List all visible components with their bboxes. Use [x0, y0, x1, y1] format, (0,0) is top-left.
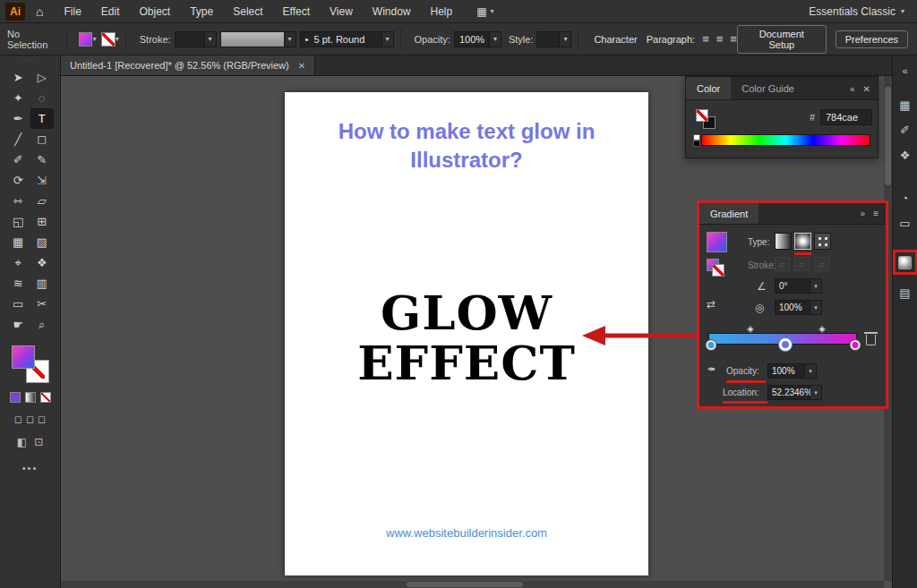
document-tab[interactable]: Untitled-1 [Recovered]* @ 52.56% (RGB/Pr… [61, 55, 315, 75]
fill-color-swatch[interactable] [79, 32, 92, 47]
rotate-tool[interactable]: ⟳ [6, 170, 30, 191]
lasso-tool[interactable]: ◌ [30, 88, 55, 108]
blend-tool[interactable]: ❖ [30, 252, 55, 273]
gradient-stop-end[interactable] [851, 340, 861, 350]
panel-menu-icon[interactable]: ≡ [873, 209, 878, 218]
rectangle-tool[interactable]: ◻ [30, 129, 55, 149]
graph-tool[interactable]: ▥ [30, 273, 55, 294]
gradient-paint-button[interactable] [25, 392, 36, 403]
arrange-documents-button[interactable]: ▦ ▾ [476, 5, 493, 18]
perspective-grid-tool[interactable]: ⊞ [30, 211, 55, 232]
color-paint-button[interactable] [10, 392, 21, 403]
symbol-sprayer-tool[interactable]: ≋ [6, 273, 30, 294]
layers-panel-icon[interactable]: ▤ [895, 282, 916, 303]
chevron-down-icon[interactable]: ▾ [116, 35, 119, 43]
gradient-panel-icon[interactable] [895, 251, 916, 273]
collapse-panels-icon[interactable]: « [895, 60, 916, 81]
toolbar-grip[interactable]: ···· [0, 55, 60, 64]
shape-builder-tool[interactable]: ◱ [6, 211, 30, 232]
menu-item[interactable]: File [54, 5, 90, 18]
width-tool[interactable]: ⇿ [6, 191, 30, 211]
workspace-switcher[interactable]: Essentials Classic ▾ [809, 5, 904, 18]
selection-tool[interactable]: ➤ [6, 67, 30, 88]
free-transform-tool[interactable]: ▱ [30, 191, 55, 211]
brushes-panel-icon[interactable]: ✐ [895, 119, 916, 141]
hex-input[interactable] [820, 109, 872, 125]
menu-item[interactable]: Effect [273, 5, 320, 18]
symbols-panel-icon[interactable]: ❖ [895, 144, 916, 166]
stop-opacity-dropdown[interactable]: ▾ [805, 363, 817, 379]
magic-wand-tool[interactable]: ✦ [6, 88, 30, 108]
aspect-ratio-dropdown[interactable]: ▾ [810, 300, 822, 315]
menu-item[interactable]: Window [363, 5, 421, 18]
opacity-combo[interactable]: 100% ▾ [454, 31, 501, 47]
align-left-icon[interactable]: ≡ [702, 32, 709, 46]
radial-gradient-button[interactable] [794, 233, 811, 250]
slice-tool[interactable]: ✂ [30, 294, 55, 314]
pencil-tool[interactable]: ✎ [30, 149, 55, 170]
eyedropper-icon[interactable]: ✒ [707, 362, 716, 375]
collapse-panel-icon[interactable]: « [850, 84, 855, 94]
footer-url-text[interactable]: www.websitebuilderinsider.com [285, 526, 648, 540]
zoom-tool[interactable]: ⌕ [30, 314, 55, 335]
preferences-button[interactable]: Preferences [836, 30, 908, 48]
scale-tool[interactable]: ⇲ [30, 170, 55, 191]
pen-tool[interactable]: ✒ [6, 108, 30, 129]
menu-item[interactable]: View [320, 5, 363, 18]
presentation-mode-icon[interactable]: ⊡ [34, 436, 43, 448]
menu-item[interactable]: Select [223, 5, 272, 18]
fill-color-well[interactable] [12, 345, 35, 369]
hand-tool[interactable]: ☛ [6, 314, 30, 335]
menu-item[interactable]: Help [421, 5, 463, 18]
stop-location-field[interactable]: 52.2346% [767, 385, 810, 400]
menu-item[interactable]: Type [180, 5, 223, 18]
panel-tab[interactable]: Color [686, 77, 731, 99]
character-link[interactable]: Character [594, 34, 637, 45]
close-icon[interactable]: ✕ [863, 84, 870, 94]
align-right-icon[interactable]: ≡ [730, 32, 737, 46]
paintbrush-tool[interactable]: ✐ [6, 149, 30, 170]
white-chip[interactable] [693, 134, 700, 141]
color-panel-icon[interactable]: ◔ [895, 187, 916, 209]
swatches-panel-icon[interactable]: ▦ [895, 94, 916, 115]
home-icon[interactable]: ⌂ [36, 4, 43, 19]
align-center-icon[interactable]: ≡ [716, 32, 724, 46]
reverse-gradient-icon[interactable]: ⇄ [707, 298, 716, 311]
type-tool[interactable]: T [30, 108, 55, 129]
draw-behind-icon[interactable]: ◻ [26, 413, 34, 425]
edit-toolbar-icon[interactable]: ••• [0, 463, 60, 473]
angle-dropdown[interactable]: ▾ [810, 278, 822, 294]
menu-item[interactable]: Object [130, 5, 181, 18]
stroke-along-button[interactable]: ▱ [794, 257, 810, 271]
paragraph-link[interactable]: Paragraph: [647, 34, 695, 45]
angle-field[interactable]: 0° [775, 278, 810, 294]
scrollbar-thumb[interactable] [407, 582, 523, 587]
screen-mode-icon[interactable]: ◧ [17, 436, 27, 448]
artboard-tool[interactable]: ▭ [6, 294, 30, 314]
mesh-tool[interactable]: ▦ [6, 232, 30, 252]
gradient-panel-tab[interactable]: Gradient [699, 203, 758, 224]
draw-normal-icon[interactable]: ◻ [14, 413, 22, 425]
horizontal-scrollbar[interactable] [61, 581, 884, 588]
stroke-color-swatch[interactable] [101, 32, 115, 47]
black-chip[interactable] [693, 141, 700, 147]
artboard-heading-text[interactable]: How to make text glow in Illustrator? [314, 117, 619, 175]
aspect-ratio-field[interactable]: 100% [775, 300, 810, 315]
width-profile-combo[interactable]: ▾ [220, 31, 296, 47]
stop-location-dropdown[interactable]: ▾ [810, 385, 822, 400]
gradient-stroke-proxy[interactable] [712, 264, 724, 277]
collapse-panel-icon[interactable]: » [861, 209, 866, 218]
stop-opacity-field[interactable]: 100% [767, 363, 805, 379]
line-tool[interactable]: ╱ [6, 129, 30, 149]
stroke-across-button[interactable]: ▱ [814, 257, 829, 271]
linear-gradient-button[interactable] [775, 233, 792, 250]
scrollbar-thumb[interactable] [885, 87, 891, 185]
gradient-preview-swatch[interactable] [707, 232, 727, 252]
fill-proxy-swatch[interactable] [696, 109, 708, 122]
style-combo[interactable]: ▾ [536, 31, 571, 47]
stroke-within-button[interactable]: ▱ [775, 257, 790, 271]
illustrator-logo-icon[interactable]: Ai [5, 3, 25, 21]
eyedropper-tool[interactable]: ⌖ [6, 252, 30, 273]
draw-inside-icon[interactable]: ◻ [38, 413, 46, 425]
chevron-down-icon[interactable]: ▾ [92, 35, 96, 43]
